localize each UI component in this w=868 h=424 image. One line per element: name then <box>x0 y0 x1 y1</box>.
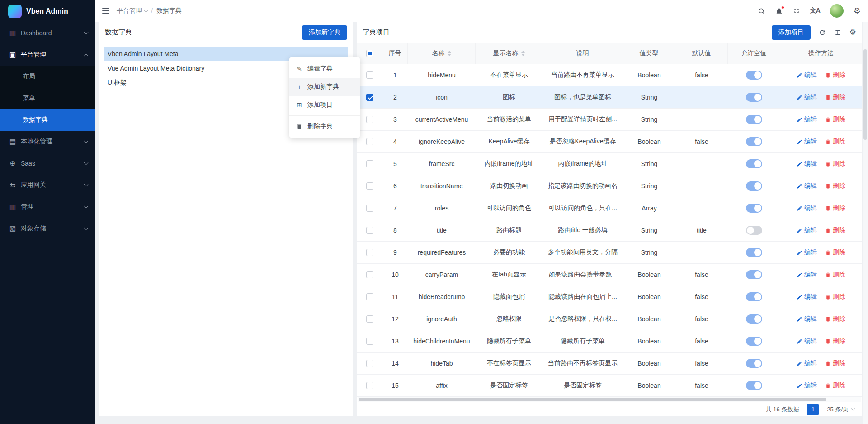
edit-button[interactable]: 编辑 <box>797 271 817 279</box>
edit-button[interactable]: 编辑 <box>797 315 817 323</box>
delete-button[interactable]: 删除 <box>825 182 845 190</box>
row-checkbox[interactable] <box>366 382 373 389</box>
allow-null-toggle[interactable] <box>746 137 762 146</box>
row-checkbox[interactable] <box>366 249 373 256</box>
column-settings-gear-icon[interactable]: ⚙ <box>849 29 856 36</box>
allow-null-toggle[interactable] <box>746 270 762 279</box>
column-header-description[interactable]: 说明 <box>542 43 623 64</box>
allow-null-toggle[interactable] <box>746 314 762 324</box>
refresh-icon[interactable] <box>819 29 826 36</box>
edit-button[interactable]: 编辑 <box>797 381 817 390</box>
delete-button[interactable]: 删除 <box>825 160 845 168</box>
sidebar-item-menu[interactable]: 菜单 <box>0 87 95 109</box>
allow-null-toggle[interactable] <box>746 93 762 102</box>
menu-item-delete-dictionary[interactable]: 删除字典 <box>289 117 360 135</box>
settings-gear-icon[interactable]: ⚙ <box>854 7 861 15</box>
app-logo[interactable]: Vben Admin <box>0 0 95 22</box>
column-header-actions[interactable]: 操作方法 <box>780 43 862 64</box>
edit-button[interactable]: 编辑 <box>797 138 817 146</box>
column-header-name[interactable]: 名称 <box>408 43 476 64</box>
sidebar-item-localization[interactable]: ▤ 本地化管理 <box>0 131 95 152</box>
sort-icons[interactable] <box>521 51 525 56</box>
sidebar-item-saas[interactable]: ⊕ Saas <box>0 152 95 174</box>
edit-button[interactable]: 编辑 <box>797 204 817 212</box>
edit-button[interactable]: 编辑 <box>797 226 817 234</box>
allow-null-toggle[interactable] <box>746 248 762 257</box>
delete-button[interactable]: 删除 <box>825 271 845 279</box>
delete-button[interactable]: 删除 <box>825 93 845 101</box>
edit-button[interactable]: 编辑 <box>797 93 817 101</box>
row-checkbox[interactable] <box>366 360 373 367</box>
edit-button[interactable]: 编辑 <box>797 337 817 345</box>
row-checkbox[interactable] <box>366 315 373 323</box>
row-checkbox[interactable] <box>366 293 373 300</box>
allow-null-toggle[interactable] <box>746 115 762 124</box>
add-item-button[interactable]: 添加项目 <box>772 25 811 40</box>
scrollbar-thumb[interactable] <box>863 49 867 140</box>
sidebar-item-management[interactable]: ▥ 管理 <box>0 196 95 218</box>
edit-button[interactable]: 编辑 <box>797 359 817 367</box>
delete-button[interactable]: 删除 <box>825 226 845 234</box>
allow-null-toggle[interactable] <box>746 381 762 390</box>
allow-null-toggle[interactable] <box>746 292 762 301</box>
page-size-select[interactable]: 25 条/页 <box>827 405 854 414</box>
user-avatar[interactable] <box>830 4 844 18</box>
delete-button[interactable]: 删除 <box>825 359 845 367</box>
delete-button[interactable]: 删除 <box>825 293 845 301</box>
sort-icons[interactable] <box>448 51 451 56</box>
allow-null-toggle[interactable] <box>746 337 762 346</box>
allow-null-toggle[interactable] <box>746 71 762 80</box>
sidebar-item-app-gateway[interactable]: ⇆ 应用网关 <box>0 174 95 196</box>
column-header-default-value[interactable]: 默认值 <box>675 43 728 64</box>
column-header-allow-null[interactable]: 允许空值 <box>728 43 780 64</box>
delete-button[interactable]: 删除 <box>825 138 845 146</box>
allow-null-toggle[interactable] <box>746 359 762 368</box>
delete-button[interactable]: 删除 <box>825 204 845 212</box>
breadcrumb-item-platform[interactable]: 平台管理 <box>117 7 147 15</box>
allow-null-toggle[interactable] <box>746 226 762 235</box>
column-header-seq[interactable]: 序号 <box>382 43 408 64</box>
sidebar-item-layout[interactable]: 布局 <box>0 66 95 87</box>
select-all-checkbox[interactable] <box>366 50 373 57</box>
translate-icon[interactable]: 文A <box>810 7 820 15</box>
sidebar-item-dashboard[interactable]: ▦ Dashboard <box>0 22 95 44</box>
row-checkbox[interactable] <box>366 94 373 101</box>
sidebar-item-object-storage[interactable]: ▧ 对象存储 <box>0 218 95 239</box>
menu-item-edit-dictionary[interactable]: ✎ 编辑字典 <box>289 60 360 78</box>
delete-button[interactable]: 删除 <box>825 315 845 323</box>
edit-button[interactable]: 编辑 <box>797 293 817 301</box>
delete-button[interactable]: 删除 <box>825 337 845 345</box>
row-checkbox[interactable] <box>366 205 373 212</box>
add-dictionary-button[interactable]: 添加新字典 <box>302 25 347 40</box>
search-icon[interactable] <box>758 7 765 15</box>
edit-button[interactable]: 编辑 <box>797 160 817 168</box>
row-checkbox[interactable] <box>366 338 373 345</box>
allow-null-toggle[interactable] <box>746 204 762 213</box>
column-header-display-name[interactable]: 显示名称 <box>476 43 542 64</box>
sidebar-item-data-dictionary[interactable]: 数据字典 <box>0 109 95 131</box>
allow-null-toggle[interactable] <box>746 159 762 168</box>
delete-button[interactable]: 删除 <box>825 248 845 257</box>
page-vertical-scrollbar[interactable] <box>863 22 868 424</box>
fullscreen-icon[interactable] <box>793 7 800 14</box>
row-checkbox[interactable] <box>366 182 373 190</box>
delete-button[interactable]: 删除 <box>825 115 845 124</box>
row-checkbox[interactable] <box>366 116 373 123</box>
notification-bell-icon[interactable] <box>775 7 783 15</box>
column-header-value-type[interactable]: 值类型 <box>623 43 675 64</box>
row-checkbox[interactable] <box>366 71 373 79</box>
edit-button[interactable]: 编辑 <box>797 115 817 124</box>
row-height-icon[interactable] <box>834 29 841 36</box>
menu-item-add-new-dictionary[interactable]: + 添加新字典 <box>289 78 360 96</box>
table-horizontal-scrollbar[interactable] <box>358 397 861 402</box>
allow-null-toggle[interactable] <box>746 181 762 191</box>
edit-button[interactable]: 编辑 <box>797 182 817 190</box>
sidebar-item-platform-management[interactable]: ▣ 平台管理 <box>0 44 95 66</box>
menu-fold-icon[interactable] <box>102 8 109 14</box>
delete-button[interactable]: 删除 <box>825 381 845 390</box>
row-checkbox[interactable] <box>366 227 373 234</box>
row-checkbox[interactable] <box>366 271 373 278</box>
menu-item-add-item[interactable]: ⊞ 添加项目 <box>289 96 360 114</box>
page-number-button[interactable]: 1 <box>807 404 819 415</box>
row-checkbox[interactable] <box>366 160 373 167</box>
